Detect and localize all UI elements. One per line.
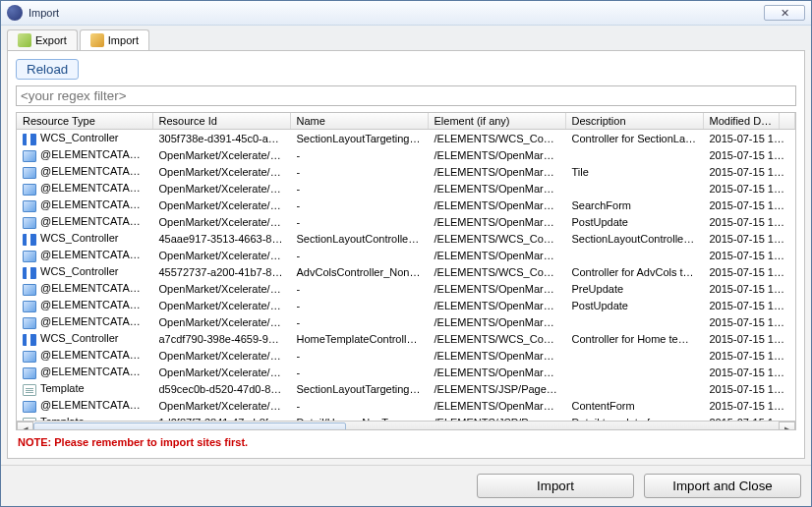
tab-import[interactable]: Import	[80, 29, 149, 50]
titlebar[interactable]: Import ✕	[1, 1, 811, 26]
resource-table-body[interactable]: WCS_Controller305f738e-d391-45c0-a1e6-a7…	[17, 130, 795, 421]
table-row[interactable]: @ELEMENTCATALOGOpenMarket/Xcelerate/Asse…	[17, 247, 795, 263]
resource-type-icon	[23, 284, 36, 296]
table-row[interactable]: @ELEMENTCATALOGOpenMarket/Xcelerate/Asse…	[17, 364, 795, 380]
table-row[interactable]: WCS_Controller45572737-a200-41b7-88b0-94…	[17, 263, 795, 280]
regex-filter-input[interactable]	[16, 85, 796, 106]
resource-type-icon	[23, 351, 36, 363]
export-icon	[18, 33, 31, 47]
table-row[interactable]: WCS_Controller45aae917-3513-4663-8270-ca…	[17, 230, 795, 247]
resource-type-icon	[23, 334, 36, 346]
table-row[interactable]: @ELEMENTCATALOGOpenMarket/Xcelerate/Asse…	[17, 313, 795, 330]
tab-export[interactable]: Export	[7, 29, 78, 50]
horizontal-scrollbar[interactable]: ◂ ▸	[17, 421, 795, 430]
resource-type-icon	[23, 217, 36, 229]
window-title: Import	[29, 7, 764, 19]
col-description[interactable]: Description	[565, 113, 703, 130]
dialog-body: Reload Resource Type Resource Id Name El…	[7, 50, 805, 459]
resource-type-icon	[23, 418, 36, 422]
resource-type-icon	[23, 167, 36, 179]
resource-type-icon	[23, 234, 36, 246]
resource-type-icon	[23, 134, 36, 145]
table-row[interactable]: Templated59cec0b-d520-47d0-8541-f5745...…	[17, 380, 795, 397]
resource-type-icon	[23, 150, 36, 162]
col-resource-id[interactable]: Resource Id	[152, 113, 290, 130]
table-row[interactable]: @ELEMENTCATALOGOpenMarket/Xcelerate/Asse…	[17, 347, 795, 364]
table-row[interactable]: @ELEMENTCATALOGOpenMarket/Xcelerate/Asse…	[17, 297, 795, 313]
resource-table-wrap: Resource Type Resource Id Name Element (…	[16, 112, 796, 430]
import-and-close-button[interactable]: Import and Close	[644, 474, 801, 498]
resource-type-icon	[23, 184, 36, 196]
table-row[interactable]: WCS_Controllera7cdf790-398e-4659-9069-85…	[17, 330, 795, 347]
col-element[interactable]: Element (if any)	[428, 113, 565, 130]
tab-export-label: Export	[35, 34, 67, 46]
scroll-left-icon[interactable]: ◂	[17, 422, 33, 430]
table-row[interactable]: WCS_Controller305f738e-d391-45c0-a1e6-a7…	[17, 130, 795, 146]
col-modified-date[interactable]: Modified Date▲	[703, 113, 780, 130]
app-icon	[7, 5, 23, 21]
table-row[interactable]: @ELEMENTCATALOGOpenMarket/Xcelerate/Asse…	[17, 146, 795, 163]
import-warning: NOTE: Please remember to import sites fi…	[16, 430, 796, 450]
table-row[interactable]: @ELEMENTCATALOGOpenMarket/Xcelerate/Asse…	[17, 213, 795, 230]
scroll-spacer	[780, 113, 795, 130]
resource-type-icon	[23, 267, 36, 279]
col-resource-type[interactable]: Resource Type	[17, 113, 152, 130]
resource-type-icon	[23, 401, 36, 413]
scroll-track[interactable]	[33, 422, 779, 430]
import-dialog: Import ✕ Export Import Reload Resource T…	[0, 0, 812, 507]
tab-bar: Export Import	[1, 26, 811, 50]
resource-type-icon	[23, 251, 36, 262]
col-name[interactable]: Name	[290, 113, 428, 130]
scroll-thumb[interactable]	[33, 422, 346, 430]
close-button[interactable]: ✕	[764, 5, 805, 21]
table-row[interactable]: @ELEMENTCATALOGOpenMarket/Xcelerate/Asse…	[17, 197, 795, 213]
resource-table: Resource Type Resource Id Name Element (…	[17, 113, 795, 421]
import-button[interactable]: Import	[477, 474, 634, 498]
table-row[interactable]: @ELEMENTCATALOGOpenMarket/Xcelerate/Asse…	[17, 163, 795, 180]
dialog-footer: Import Import and Close	[1, 465, 811, 506]
tab-import-label: Import	[108, 34, 139, 46]
resource-type-icon	[23, 384, 36, 396]
table-row[interactable]: @ELEMENTCATALOGOpenMarket/Xcelerate/Asse…	[17, 180, 795, 197]
resource-type-icon	[23, 367, 36, 379]
scroll-right-icon[interactable]: ▸	[779, 422, 795, 430]
resource-type-icon	[23, 200, 36, 212]
resource-type-icon	[23, 317, 36, 329]
table-row[interactable]: @ELEMENTCATALOGOpenMarket/Xcelerate/Asse…	[17, 280, 795, 297]
table-row[interactable]: Template1d2f87f7-3841-47cd-8f7b-4f9979e.…	[17, 414, 795, 421]
resource-type-icon	[23, 301, 36, 312]
table-row[interactable]: @ELEMENTCATALOGOpenMarket/Xcelerate/Asse…	[17, 397, 795, 414]
reload-button[interactable]: Reload	[16, 59, 79, 80]
import-icon	[90, 33, 104, 47]
